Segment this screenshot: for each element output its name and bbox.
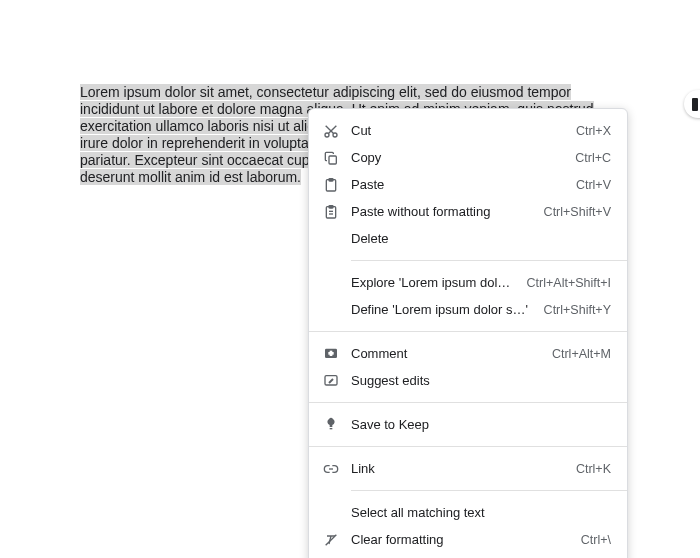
side-panel-icon [692,98,698,111]
svg-point-1 [333,133,337,137]
menu-label: Define 'Lorem ipsum dolor s…' [351,302,532,317]
blank-icon [321,300,341,320]
menu-shortcut: Ctrl+Alt+M [552,347,611,361]
link-icon [321,459,341,479]
menu-divider [309,331,627,332]
suggest-icon [321,371,341,391]
menu-divider [351,260,627,261]
menu-label: Delete [351,231,599,246]
menu-divider [309,446,627,447]
svg-rect-13 [328,352,333,355]
blank-icon [321,273,341,293]
menu-shortcut: Ctrl+X [576,124,611,138]
context-menu: Cut Ctrl+X Copy Ctrl+C Paste Ctrl+V [308,108,628,558]
menu-label: Paste [351,177,564,192]
menu-item-select-matching[interactable]: Select all matching text [309,499,627,526]
blank-icon [321,229,341,249]
clear-format-icon [321,530,341,550]
menu-shortcut: Ctrl+Alt+Shift+I [527,276,611,290]
menu-item-paste[interactable]: Paste Ctrl+V [309,171,627,198]
menu-shortcut: Ctrl+\ [581,533,611,547]
menu-item-copy[interactable]: Copy Ctrl+C [309,144,627,171]
paste-plain-icon [321,202,341,222]
svg-rect-8 [329,205,333,207]
menu-divider [309,402,627,403]
menu-label: Paste without formatting [351,204,532,219]
blank-icon [321,503,341,523]
side-panel-toggle[interactable] [684,90,700,118]
menu-item-define[interactable]: Define 'Lorem ipsum dolor s…' Ctrl+Shift… [309,296,627,323]
copy-icon [321,148,341,168]
menu-label: Save to Keep [351,417,599,432]
svg-rect-15 [330,428,333,429]
comment-icon [321,344,341,364]
keep-icon [321,415,341,435]
menu-item-comment[interactable]: Comment Ctrl+Alt+M [309,340,627,367]
menu-label: Clear formatting [351,532,569,547]
menu-shortcut: Ctrl+K [576,462,611,476]
svg-rect-6 [329,178,333,180]
cut-icon [321,121,341,141]
menu-item-suggest-edits[interactable]: Suggest edits [309,367,627,394]
menu-divider [351,490,627,491]
menu-label: Cut [351,123,564,138]
menu-item-clear-formatting[interactable]: Clear formatting Ctrl+\ [309,526,627,553]
menu-item-explore[interactable]: Explore 'Lorem ipsum dolor s…' Ctrl+Alt+… [309,269,627,296]
menu-shortcut: Ctrl+Shift+V [544,205,611,219]
menu-item-delete[interactable]: Delete [309,225,627,252]
menu-item-save-to-keep[interactable]: Save to Keep [309,411,627,438]
menu-item-cut[interactable]: Cut Ctrl+X [309,117,627,144]
svg-rect-4 [329,156,336,164]
menu-shortcut: Ctrl+C [575,151,611,165]
menu-item-paste-plain[interactable]: Paste without formatting Ctrl+Shift+V [309,198,627,225]
menu-label: Suggest edits [351,373,599,388]
menu-item-link[interactable]: Link Ctrl+K [309,455,627,482]
paste-icon [321,175,341,195]
svg-point-0 [325,133,329,137]
menu-label: Link [351,461,564,476]
menu-label: Explore 'Lorem ipsum dolor s…' [351,275,515,290]
menu-shortcut: Ctrl+Shift+Y [544,303,611,317]
menu-label: Copy [351,150,563,165]
menu-shortcut: Ctrl+V [576,178,611,192]
menu-label: Select all matching text [351,505,599,520]
menu-label: Comment [351,346,540,361]
